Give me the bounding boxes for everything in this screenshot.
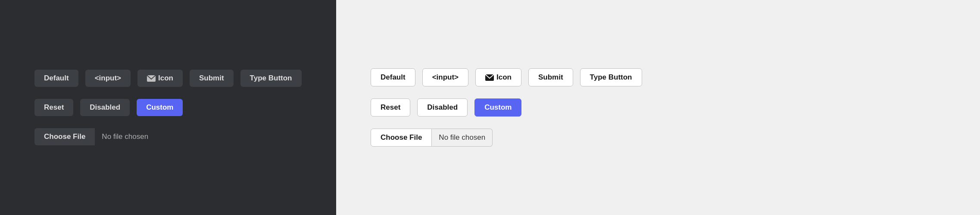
dark-no-file-label: No file chosen <box>95 128 155 145</box>
icon-btn-light[interactable]: Icon <box>475 68 521 86</box>
input-btn-light[interactable]: <input> <box>422 68 468 86</box>
input-btn-dark[interactable]: <input> <box>85 70 131 87</box>
light-file-row: Choose File No file chosen <box>371 129 946 147</box>
light-panel: Default <input> Icon Submit Type Button … <box>336 0 980 215</box>
custom-btn-light[interactable]: Custom <box>474 98 521 117</box>
light-row1: Default <input> Icon Submit Type Button <box>371 68 946 86</box>
mail-icon-light <box>485 74 494 81</box>
submit-btn-light[interactable]: Submit <box>528 68 573 86</box>
light-no-file-label: No file chosen <box>432 129 493 147</box>
mail-icon-dark <box>147 75 156 82</box>
icon-btn-dark[interactable]: Icon <box>137 70 183 87</box>
custom-btn-dark[interactable]: Custom <box>137 99 183 116</box>
light-choose-file-btn[interactable]: Choose File <box>371 129 432 147</box>
disabled-btn-light[interactable]: Disabled <box>417 98 468 117</box>
dark-file-input: Choose File No file chosen <box>34 128 155 145</box>
type-button-btn-dark[interactable]: Type Button <box>240 70 302 87</box>
dark-row2: Reset Disabled Custom <box>34 99 302 116</box>
dark-choose-file-btn[interactable]: Choose File <box>34 128 95 145</box>
dark-panel: Default <input> Icon Submit Type Button … <box>0 0 336 215</box>
dark-row1: Default <input> Icon Submit Type Button <box>34 70 302 87</box>
reset-btn-dark[interactable]: Reset <box>34 99 73 116</box>
disabled-btn-dark[interactable]: Disabled <box>80 99 130 116</box>
reset-btn-light[interactable]: Reset <box>371 98 410 117</box>
default-btn-light[interactable]: Default <box>371 68 415 86</box>
light-file-input: Choose File No file chosen <box>371 129 493 147</box>
submit-btn-dark[interactable]: Submit <box>190 70 234 87</box>
type-button-btn-light[interactable]: Type Button <box>580 68 642 86</box>
default-btn-dark[interactable]: Default <box>34 70 78 87</box>
dark-file-row: Choose File No file chosen <box>34 128 302 145</box>
light-row2: Reset Disabled Custom <box>371 98 946 117</box>
icon-btn-light-label: Icon <box>496 73 512 82</box>
icon-btn-dark-label: Icon <box>158 74 173 83</box>
